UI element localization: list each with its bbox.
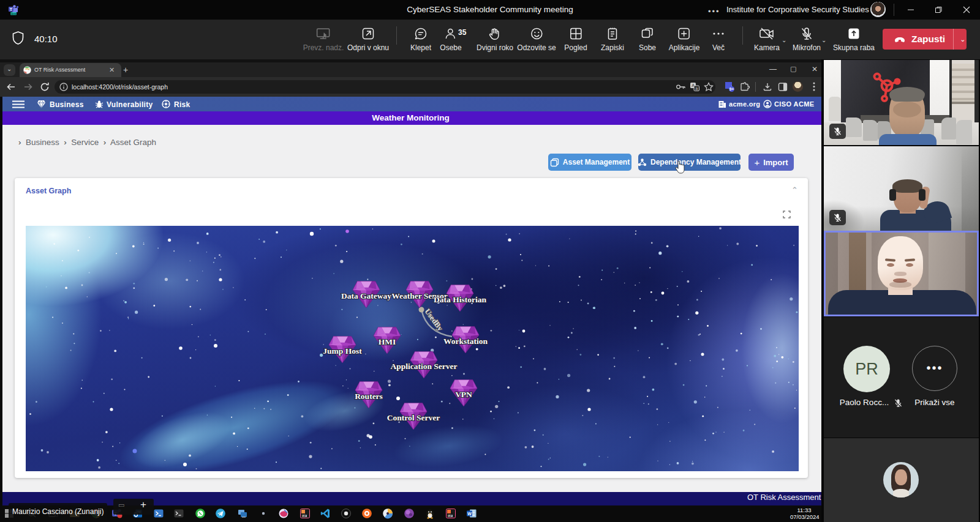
svg-text:EAP: EAP [448, 515, 453, 517]
svg-text:Routers: Routers [355, 392, 383, 401]
svg-text:Data Gateway: Data Gateway [341, 291, 391, 300]
svg-text:Application Server: Application Server [390, 362, 457, 371]
svg-text:NEW: NEW [10, 12, 17, 15]
svg-text:T: T [10, 7, 13, 12]
svg-text:Control Server: Control Server [387, 413, 440, 422]
svg-text:HMI: HMI [379, 337, 396, 346]
svg-text:W: W [467, 512, 472, 516]
svg-text:Data Historian: Data Historian [434, 295, 486, 304]
svg-text:9+: 9+ [729, 87, 734, 91]
svg-text:Jump Host: Jump Host [323, 346, 362, 356]
svg-text:a: a [695, 86, 698, 91]
svg-text:EAP: EAP [302, 515, 307, 517]
svg-text:Workstation: Workstation [443, 337, 488, 346]
svg-text:VPN: VPN [455, 390, 472, 399]
